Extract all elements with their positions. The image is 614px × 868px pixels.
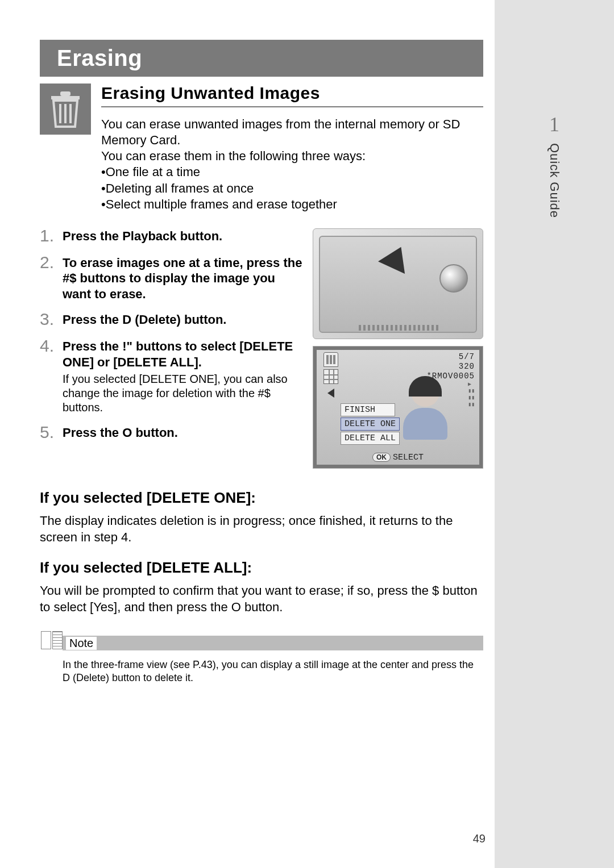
note-header: Note: [40, 636, 483, 650]
lcd-left-icons: [321, 352, 341, 398]
page-title-bar: Erasing: [40, 40, 483, 77]
intro-bullet: •One file at a time: [101, 164, 483, 180]
arrow-left-icon: [327, 389, 334, 398]
intro-bullet: •Deleting all frames at once: [101, 181, 483, 197]
dial-icon: [439, 264, 468, 293]
resolution: 320: [426, 362, 475, 372]
menu-item-delete-all: DELETE ALL: [341, 432, 400, 445]
arrow-icon: [378, 241, 414, 274]
step-text: Press the D (Delete) button.: [63, 312, 304, 328]
step-5: 5. Press the O button.: [40, 423, 304, 441]
grip-texture: [359, 325, 438, 331]
step-text: To erase images one at a time, press the…: [63, 255, 304, 302]
step-text: Press the !" buttons to select [DELETE O…: [63, 339, 304, 370]
ok-button-icon: OK: [372, 453, 391, 462]
chapter-tab: 1 Quick Guide: [495, 0, 614, 868]
note-icon: [40, 629, 63, 652]
right-indicator: ▶▮▮▮▮▮▮: [468, 381, 475, 408]
lcd-top-readout: 5/7 320 *RMOV0005: [426, 352, 475, 381]
lcd-inner: 5/7 320 *RMOV0005 ▶▮▮▮▮▮▮ FINISH DELETE …: [317, 350, 479, 465]
lcd-footer: OKSELECT: [317, 453, 479, 462]
subsection-text: The display indicates deletion is in pro…: [40, 512, 483, 545]
manual-page: 1 Quick Guide Erasing Erasing Unwanted I…: [0, 0, 614, 868]
section-header-row: Erasing Unwanted Images You can erase un…: [40, 84, 483, 212]
trash-icon: [323, 352, 338, 367]
intro-bullet: •Select multiple frames and erase togeth…: [101, 197, 483, 212]
figure-camera-back: [313, 228, 483, 339]
subsection-delete-all: If you selected [DELETE ALL]: You will b…: [40, 559, 483, 615]
delete-menu: FINISH DELETE ONE DELETE ALL: [341, 403, 400, 446]
step-number: 5.: [40, 423, 59, 441]
frame-counter: 5/7: [426, 352, 475, 362]
step-3: 3. Press the D (Delete) button.: [40, 310, 304, 328]
intro-line: You can erase them in the following thre…: [101, 148, 483, 164]
step-text: Press the Playback button.: [63, 228, 304, 244]
page-number: 49: [473, 832, 486, 845]
intro-line: You can erase unwanted images from the i…: [101, 116, 483, 148]
svg-rect-1: [60, 91, 70, 96]
grid-icon: [323, 369, 338, 384]
select-label: SELECT: [393, 453, 424, 462]
chapter-label: Quick Guide: [547, 143, 562, 218]
subsection-text: You will be prompted to confirm that you…: [40, 582, 483, 615]
subsection-delete-one: If you selected [DELETE ONE]: The displa…: [40, 489, 483, 545]
steps-list: 1. Press the Playback button. 2. To eras…: [40, 226, 304, 475]
section-title: Erasing Unwanted Images: [101, 84, 483, 107]
figures-column: 5/7 320 *RMOV0005 ▶▮▮▮▮▮▮ FINISH DELETE …: [313, 226, 483, 475]
step-number: 2.: [40, 253, 59, 302]
svg-rect-0: [51, 96, 80, 99]
trash-icon: [40, 84, 91, 135]
chapter-number: 1: [495, 112, 614, 136]
step-number: 1.: [40, 226, 59, 245]
subsection-heading: If you selected [DELETE ALL]:: [40, 559, 483, 577]
step-number: 4.: [40, 336, 59, 415]
menu-item-finish: FINISH: [341, 403, 395, 416]
note-label: Note: [66, 637, 97, 650]
intro-text: You can erase unwanted images from the i…: [101, 116, 483, 212]
main-column: Erasing Erasing Unwanted Images You can …: [40, 40, 483, 685]
step-number: 3.: [40, 310, 59, 328]
note-text: In the three-frame view (see P.43), you …: [63, 658, 483, 685]
menu-item-delete-one: DELETE ONE: [341, 418, 400, 431]
subsection-heading: If you selected [DELETE ONE]:: [40, 489, 483, 507]
step-subtext: If you selected [DELETE ONE], you can al…: [63, 372, 304, 415]
step-4: 4. Press the !" buttons to select [DELET…: [40, 336, 304, 415]
figure-lcd-screen: 5/7 320 *RMOV0005 ▶▮▮▮▮▮▮ FINISH DELETE …: [313, 346, 483, 469]
note-block: Note In the three-frame view (see P.43),…: [40, 636, 483, 685]
sample-photo: [400, 378, 451, 441]
step-text: Press the O button.: [63, 425, 304, 441]
step-1: 1. Press the Playback button.: [40, 226, 304, 245]
steps-with-figures: 1. Press the Playback button. 2. To eras…: [40, 226, 483, 475]
step-2: 2. To erase images one at a time, press …: [40, 253, 304, 302]
page-title: Erasing: [57, 45, 142, 71]
